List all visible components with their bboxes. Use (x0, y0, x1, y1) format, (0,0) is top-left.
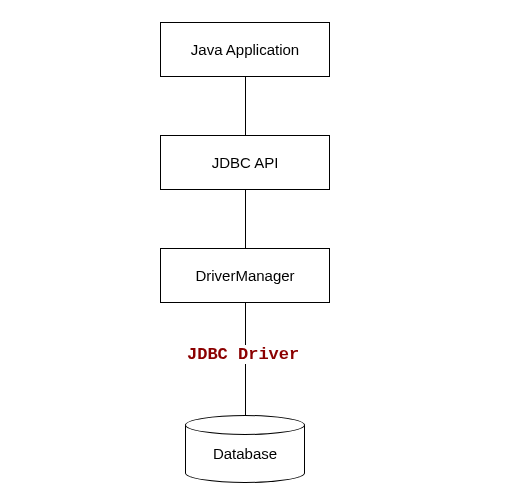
jdbc-driver-edge-label: JDBC Driver (185, 345, 301, 364)
java-application-box: Java Application (160, 22, 330, 77)
driver-manager-label: DriverManager (195, 267, 294, 284)
connector-jdbc-to-drivermanager (245, 190, 246, 248)
cylinder-bottom (185, 463, 305, 483)
connector-java-to-jdbc (245, 77, 246, 135)
database-cylinder: Database (185, 415, 305, 483)
jdbc-api-label: JDBC API (212, 154, 279, 171)
java-application-label: Java Application (191, 41, 299, 58)
cylinder-top (185, 415, 305, 435)
database-label: Database (185, 445, 305, 462)
jdbc-api-box: JDBC API (160, 135, 330, 190)
driver-manager-box: DriverManager (160, 248, 330, 303)
